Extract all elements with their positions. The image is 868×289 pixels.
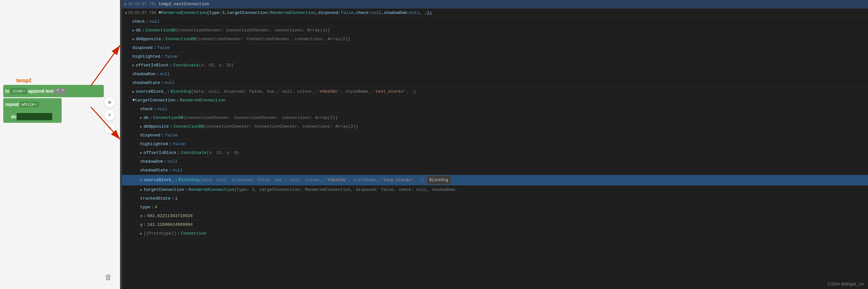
log-text-1: temp2.nextConnection <box>159 1 209 8</box>
repeat-label: repeat <box>5 102 19 107</box>
quotes-label: " <box>56 89 59 94</box>
zoom-controls: ⊕ + − <box>104 97 115 134</box>
expand-arrow-dbopposite-2[interactable]: ▶ <box>140 123 143 130</box>
item-dropdown-arrow: ▾ <box>23 89 25 93</box>
log-line-db[interactable]: ▶ db: ConnectionDB {connectionChecker: C… <box>122 26 868 35</box>
timestamp-1: 19:51:07.781 <box>128 1 156 8</box>
timestamp-2: 19:51:07.794 <box>128 9 156 16</box>
info-link-2[interactable]: i <box>430 9 432 16</box>
expand-triangle-tc[interactable]: ▼ <box>132 97 135 104</box>
block-variable-label: temp2 <box>16 78 104 83</box>
brace-open-2: { <box>207 9 209 16</box>
watermark: CSDN @Bright_Lin <box>828 282 864 286</box>
log-line-1[interactable]: ▶ 19:51:07.781 temp2.nextConnection <box>122 0 868 9</box>
log-line-check-2: check: null <box>122 105 868 114</box>
log-line-targetconn[interactable]: ▼ targetConnection: RenderedConnection <box>122 96 868 105</box>
do-label: do <box>11 114 17 119</box>
log-line-sourceblock-loop[interactable]: ▶ sourceBlock_: BlockSvg {data: null, di… <box>122 175 868 186</box>
renderedconnection-label: RenderedConnection <box>161 9 207 16</box>
block-repeat-while[interactable]: repeat while ▾ <box>3 98 62 110</box>
log-line-shadowdom-2: shadowDom: null <box>122 157 868 166</box>
log-line-check: check: null <box>122 17 868 26</box>
expand-arrow-db[interactable]: ▶ <box>132 27 134 34</box>
log-line-highlighted: highlighted: false <box>122 52 868 61</box>
while-dropdown-arrow: ▾ <box>35 102 37 106</box>
log-line-offsetinblock-2[interactable]: ▶ offsetInBlock: Coordinate {x: 15, y: 0… <box>122 149 868 157</box>
log-line-x: x: 502.82211303710926 <box>122 212 868 221</box>
while-dropdown[interactable]: while ▾ <box>20 101 39 108</box>
blocksvg-tooltip: BlockSvg <box>427 176 451 185</box>
log-line-sourceblock-text[interactable]: ▶ sourceBlock_: BlockSvg {data: null, di… <box>122 87 868 96</box>
log-line-y: y: 143.12890624999994 <box>122 221 868 229</box>
log-line-prototype[interactable]: ▶ [[Prototype]]: Connection <box>122 229 868 238</box>
log-line-dbopposite-2[interactable]: ▶ dbOpposite: ConnectionDB {connectionCh… <box>122 122 868 131</box>
quotes-end-label: " <box>62 89 64 94</box>
expand-arrow-dbopposite[interactable]: ▶ <box>132 36 134 43</box>
center-button[interactable]: ⊕ <box>104 97 115 108</box>
zoom-in-button[interactable]: + <box>104 110 115 120</box>
log-line-offsetinblock[interactable]: ▶ offsetInBlock: Coordinate {x: 15, y: 3… <box>122 61 868 70</box>
block-do: do <box>3 110 62 123</box>
append-text-label: append text <box>28 88 54 94</box>
expand-arrow-sourceblock-loop[interactable]: ▶ <box>140 177 143 184</box>
expand-arrow-sourceblock-text[interactable]: ▶ <box>132 88 134 95</box>
log-line-disposed-2: disposed: false <box>122 131 868 140</box>
log-line-shadowdom: shadowDom: null <box>122 70 868 79</box>
while-dropdown-label: while <box>22 102 34 107</box>
expand-arrow-db-2[interactable]: ▶ <box>140 114 143 121</box>
zoom-out-button[interactable]: − <box>104 123 115 134</box>
expand-triangle-2[interactable]: ▼ <box>159 9 161 16</box>
block-container: temp2 to item ▾ append text " " repeat w… <box>3 78 104 123</box>
expand-arrow-offsetinblock-2[interactable]: ▶ <box>140 149 143 156</box>
expand-arrow-prototype[interactable]: ▶ <box>140 230 143 237</box>
to-label: to <box>5 88 9 94</box>
log-line-2[interactable]: ◀ 19:51:07.794 ▼ RenderedConnection { ty… <box>122 9 868 17</box>
log-line-db-2[interactable]: ▶ db: ConnectionDB {connectionChecker: C… <box>122 114 868 122</box>
item-dropdown[interactable]: item ▾ <box>10 88 27 94</box>
log-line-shadowstate-2: shadowState: null <box>122 166 868 175</box>
log-line-trackedstate: trackedState: 1 <box>122 194 868 203</box>
log-line-disposed: disposed: false <box>122 44 868 52</box>
expand-arrow-offsetinblock[interactable]: ▶ <box>132 62 134 69</box>
item-dropdown-label: item <box>12 89 22 94</box>
blockly-workspace: temp2 to item ▾ append text " " repeat w… <box>0 0 120 289</box>
expand-arrow-1[interactable]: ▶ <box>125 1 127 8</box>
devtools-console[interactable]: ▶ 19:51:07.781 temp2.nextConnection ◀ 19… <box>122 0 868 289</box>
block-append-text[interactable]: to item ▾ append text " " <box>3 85 104 97</box>
log-line-shadowstate: shadowState: null <box>122 79 868 87</box>
expand-arrow-targetconn-2[interactable]: ▶ <box>140 186 143 193</box>
trash-button[interactable]: 🗑 <box>102 271 115 284</box>
log-line-dbopposite[interactable]: ▶ dbOpposite: ConnectionDB {connectionCh… <box>122 35 868 44</box>
log-line-targetconn-2[interactable]: ▶ targetConnection: RenderedConnection {… <box>122 186 868 194</box>
dot-grid-background <box>0 0 120 289</box>
string-quotes-block[interactable]: " " <box>55 88 66 94</box>
log-line-type: type: 4 <box>122 203 868 212</box>
expand-arrow-2[interactable]: ◀ <box>125 9 127 16</box>
log-line-highlighted-2: highlighted: false <box>122 140 868 149</box>
do-inner-slot <box>17 113 52 120</box>
